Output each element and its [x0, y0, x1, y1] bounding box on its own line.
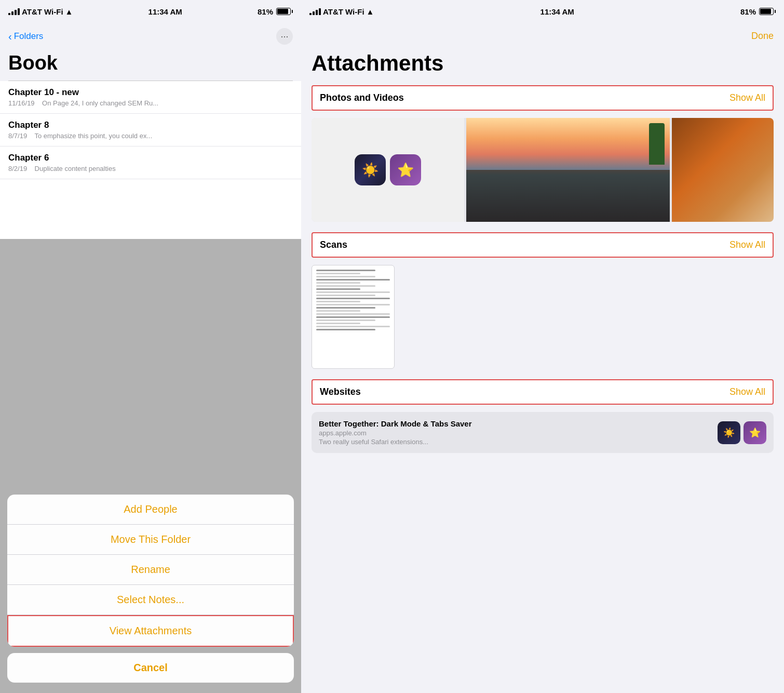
scan-line-10: [316, 298, 390, 299]
battery-icon-left: [276, 8, 293, 15]
scan-line-7: [316, 288, 360, 290]
website-title: Better Together: Dark Mode & Tabs Saver: [319, 419, 711, 428]
action-add-people[interactable]: Add People: [7, 495, 294, 525]
folder-title: Book: [0, 50, 301, 81]
websites-show-all[interactable]: Show All: [729, 387, 765, 397]
photos-section-header: Photos and Videos Show All: [312, 85, 774, 111]
note-title-2: Chapter 6: [8, 153, 293, 163]
right-status-time: 11:34 AM: [540, 7, 574, 16]
scan-line-8: [316, 291, 390, 293]
battery-pct-left: 81%: [258, 7, 273, 16]
note-date-2: 8/2/19: [8, 165, 27, 172]
note-title-0: Chapter 10 - new: [8, 87, 293, 98]
brightness-icon: ☀️: [355, 154, 386, 185]
scan-line-5: [316, 282, 360, 284]
action-sheet-main: Add People Move This Folder Rename Selec…: [7, 495, 294, 647]
left-nav-bar: ‹ Folders ···: [0, 23, 301, 50]
scan-line-18: [316, 323, 360, 324]
left-status-time: 11:34 AM: [148, 7, 182, 16]
attachments-content: Photos and Videos Show All ☀️ ⭐: [301, 85, 784, 693]
photos-show-all[interactable]: Show All: [729, 92, 765, 103]
battery-pct-right: 81%: [740, 7, 756, 16]
website-desc: Two really useful Safari extensions...: [319, 438, 711, 446]
attachments-nav: Done: [301, 23, 784, 49]
back-button[interactable]: ‹ Folders: [8, 31, 43, 43]
action-cancel[interactable]: Cancel: [7, 653, 294, 683]
note-item-2[interactable]: Chapter 6 8/2/19 Duplicate content penal…: [0, 146, 301, 179]
wifi-icon: ▲: [65, 7, 73, 16]
note-item-1[interactable]: Chapter 8 8/7/19 To emphasize this point…: [0, 114, 301, 146]
scan-line-17: [316, 319, 375, 321]
done-button[interactable]: Done: [751, 31, 774, 42]
scan-line-12: [316, 304, 390, 305]
note-meta-1: 8/7/19 To emphasize this point, you coul…: [8, 132, 293, 140]
scan-line-9: [316, 295, 375, 296]
action-sheet: Add People Move This Folder Rename Selec…: [7, 495, 294, 683]
scan-line-11: [316, 301, 360, 302]
photo-cell-icons[interactable]: ☀️ ⭐: [312, 118, 464, 222]
back-label: Folders: [14, 31, 44, 42]
scan-line-14: [316, 310, 360, 312]
scan-line-16: [316, 316, 390, 318]
scan-line-2: [316, 273, 360, 274]
action-select-notes[interactable]: Select Notes...: [7, 585, 294, 615]
right-phone: AT&T Wi-Fi ▲ 11:34 AM 81% Done Attachmen…: [301, 0, 784, 693]
beach-photo: [466, 118, 670, 222]
action-view-attachments[interactable]: View Attachments: [7, 615, 294, 647]
left-status-left: AT&T Wi-Fi ▲: [8, 7, 73, 16]
scans-section-header: Scans Show All: [312, 232, 774, 258]
note-preview-0: On Page 24, I only changed SEM Ru...: [42, 99, 158, 107]
right-carrier-label: AT&T Wi-Fi: [323, 7, 364, 16]
scan-preview[interactable]: [312, 265, 395, 369]
right-status-bar: AT&T Wi-Fi ▲ 11:34 AM 81%: [301, 0, 784, 23]
right-wifi-icon: ▲: [367, 7, 374, 16]
photos-grid: ☀️ ⭐: [312, 118, 774, 222]
scans-show-all[interactable]: Show All: [729, 239, 765, 250]
photo-cell-third[interactable]: [672, 118, 774, 222]
right-status-left: AT&T Wi-Fi ▲: [309, 7, 374, 16]
right-status-right: 81%: [740, 7, 776, 16]
website-star-icon: ⭐: [744, 421, 766, 444]
action-rename[interactable]: Rename: [7, 555, 294, 585]
scan-line-3: [316, 276, 375, 277]
battery-icon-right: [759, 8, 776, 15]
scan-line-15: [316, 313, 390, 315]
note-meta-0: 11/16/19 On Page 24, I only changed SEM …: [8, 99, 293, 107]
note-date-0: 11/16/19: [8, 99, 35, 107]
note-title-1: Chapter 8: [8, 120, 293, 130]
note-preview-1: To emphasize this point, you could ex...: [34, 132, 152, 140]
left-status-right: 81%: [258, 7, 293, 16]
website-text: Better Together: Dark Mode & Tabs Saver …: [319, 419, 711, 446]
website-icons: ☀️ ⭐: [718, 421, 766, 444]
ellipsis-icon: ···: [280, 31, 288, 42]
photo-cell-beach[interactable]: [466, 118, 670, 222]
left-status-bar: AT&T Wi-Fi ▲ 11:34 AM 81%: [0, 0, 301, 23]
third-photo: [672, 118, 774, 222]
scan-line-6: [316, 285, 375, 287]
star-icon: ⭐: [390, 154, 421, 185]
websites-label: Websites: [320, 387, 361, 397]
scan-line-4: [316, 279, 390, 281]
website-brightness-icon: ☀️: [718, 421, 740, 444]
scan-line-20: [316, 329, 375, 330]
scan-line-1: [316, 270, 375, 271]
note-meta-2: 8/2/19 Duplicate content penalties: [8, 165, 293, 172]
more-button[interactable]: ···: [276, 28, 293, 45]
carrier-label: AT&T Wi-Fi: [22, 7, 63, 16]
websites-section-header: Websites Show All: [312, 379, 774, 405]
website-card[interactable]: Better Together: Dark Mode & Tabs Saver …: [312, 412, 774, 453]
scan-line-19: [316, 326, 390, 327]
right-signal-icon: [309, 8, 321, 15]
back-chevron-icon: ‹: [8, 31, 12, 43]
photos-label: Photos and Videos: [320, 92, 404, 103]
note-date-1: 8/7/19: [8, 132, 27, 140]
scans-label: Scans: [320, 239, 347, 250]
signal-icon: [8, 8, 20, 15]
left-phone: AT&T Wi-Fi ▲ 11:34 AM 81% ‹ Folders ··· …: [0, 0, 301, 693]
action-move-folder[interactable]: Move This Folder: [7, 525, 294, 555]
note-item-0[interactable]: Chapter 10 - new 11/16/19 On Page 24, I …: [0, 81, 301, 114]
scan-line-13: [316, 307, 375, 309]
attachments-title: Attachments: [301, 49, 784, 85]
note-preview-2: Duplicate content penalties: [35, 165, 116, 172]
website-domain: apps.apple.com: [319, 429, 711, 437]
